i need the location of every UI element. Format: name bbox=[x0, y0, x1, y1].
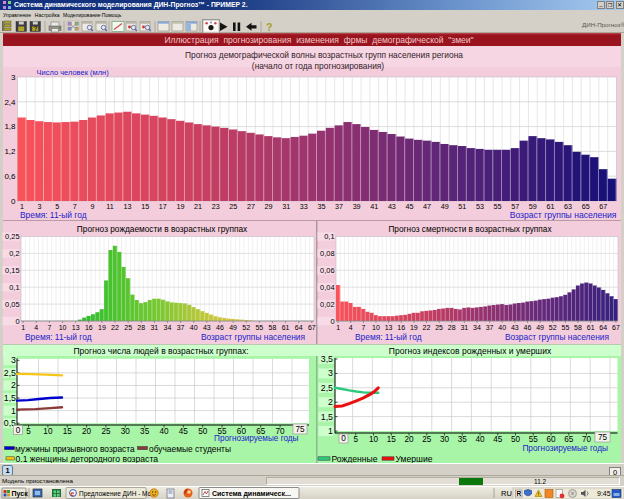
svg-text:7: 7 bbox=[47, 324, 51, 331]
svg-text:5: 5 bbox=[353, 435, 358, 444]
svg-text:0,08: 0,08 bbox=[320, 249, 334, 258]
svg-text:4: 4 bbox=[349, 324, 353, 331]
svg-text:67: 67 bbox=[308, 324, 316, 331]
svg-text:10: 10 bbox=[59, 324, 67, 331]
svg-text:49: 49 bbox=[536, 324, 544, 331]
svg-text:Предложение ДИН - Мс...: Предложение ДИН - Мс... bbox=[79, 490, 156, 498]
svg-text:25: 25 bbox=[422, 435, 432, 444]
svg-text:51: 51 bbox=[458, 202, 466, 211]
svg-text:17: 17 bbox=[159, 202, 167, 211]
svg-text:1: 1 bbox=[328, 426, 333, 436]
svg-text:31: 31 bbox=[460, 324, 468, 331]
svg-text:Система динамическ...: Система динамическ... bbox=[212, 490, 291, 498]
svg-text:40: 40 bbox=[498, 324, 506, 331]
svg-text:e: e bbox=[71, 490, 75, 497]
svg-text:0,15: 0,15 bbox=[5, 266, 19, 275]
svg-text:0: 0 bbox=[15, 317, 19, 326]
svg-text:28: 28 bbox=[448, 324, 456, 331]
svg-text:10: 10 bbox=[372, 324, 380, 331]
svg-text:обучаемые студенты: обучаемые студенты bbox=[149, 444, 231, 454]
svg-text:43: 43 bbox=[511, 324, 519, 331]
svg-text:0: 0 bbox=[11, 197, 16, 206]
svg-text:1,8: 1,8 bbox=[4, 122, 16, 131]
svg-text:9:45: 9:45 bbox=[597, 490, 611, 497]
svg-text:10: 10 bbox=[369, 435, 379, 444]
svg-text:40: 40 bbox=[190, 324, 198, 331]
svg-text:Время: 11-ый год: Время: 11-ый год bbox=[20, 210, 87, 220]
svg-text:64: 64 bbox=[295, 324, 303, 331]
svg-text:0.1 женщины детородного возрас: 0.1 женщины детородного возраста bbox=[16, 454, 159, 464]
svg-text:2,5: 2,5 bbox=[4, 368, 16, 378]
svg-text:15: 15 bbox=[387, 435, 397, 444]
svg-text:37: 37 bbox=[486, 324, 494, 331]
svg-text:31: 31 bbox=[282, 202, 290, 211]
svg-text:55: 55 bbox=[561, 324, 569, 331]
svg-text:Прогноз рождаемости в возрастн: Прогноз рождаемости в возрастных группах bbox=[77, 224, 248, 234]
svg-text:53: 53 bbox=[476, 202, 484, 211]
svg-text:?: ? bbox=[266, 21, 272, 33]
svg-text:49: 49 bbox=[441, 202, 449, 211]
svg-text:27: 27 bbox=[247, 202, 255, 211]
svg-text:1: 1 bbox=[21, 324, 25, 331]
svg-text:0: 0 bbox=[330, 317, 334, 326]
svg-text:40: 40 bbox=[159, 427, 169, 436]
svg-text:Прогнозируемые годы: Прогнозируемые годы bbox=[522, 443, 608, 453]
svg-text:0,25: 0,25 bbox=[5, 232, 19, 241]
svg-text:0,04: 0,04 bbox=[320, 283, 334, 292]
svg-text:4: 4 bbox=[34, 324, 38, 331]
svg-text:34: 34 bbox=[164, 324, 172, 331]
svg-text:1,5: 1,5 bbox=[321, 412, 333, 422]
svg-text:0,06: 0,06 bbox=[320, 266, 334, 275]
svg-text:55: 55 bbox=[494, 202, 502, 211]
svg-text:34: 34 bbox=[473, 324, 481, 331]
svg-text:50: 50 bbox=[511, 435, 521, 444]
svg-text:49: 49 bbox=[229, 324, 237, 331]
svg-text:46: 46 bbox=[524, 324, 532, 331]
svg-text:28: 28 bbox=[137, 324, 145, 331]
svg-text:1,2: 1,2 bbox=[4, 147, 16, 156]
svg-text:15: 15 bbox=[63, 427, 73, 436]
svg-text:25: 25 bbox=[229, 202, 237, 211]
svg-text:75: 75 bbox=[295, 425, 305, 434]
svg-text:45: 45 bbox=[179, 427, 189, 436]
svg-text:61: 61 bbox=[282, 324, 290, 331]
svg-text:19: 19 bbox=[98, 324, 106, 331]
svg-text:50: 50 bbox=[198, 427, 208, 436]
svg-text:19: 19 bbox=[176, 202, 184, 211]
svg-text:25: 25 bbox=[435, 324, 443, 331]
svg-text:19: 19 bbox=[410, 324, 418, 331]
svg-text:20: 20 bbox=[82, 427, 92, 436]
svg-text:3: 3 bbox=[328, 368, 333, 378]
svg-text:2,5: 2,5 bbox=[321, 383, 333, 393]
svg-text:2: 2 bbox=[328, 397, 333, 407]
svg-text:58: 58 bbox=[574, 324, 582, 331]
svg-text:Возраст группы населения: Возраст группы населения bbox=[510, 210, 617, 220]
svg-text:R: R bbox=[517, 490, 522, 497]
svg-text:Прогноз смертности в возрастны: Прогноз смертности в возрастных группах bbox=[388, 224, 552, 234]
svg-text:RU: RU bbox=[501, 489, 512, 498]
svg-text:?: ? bbox=[34, 25, 38, 32]
svg-text:0,1: 0,1 bbox=[9, 283, 19, 292]
svg-text:0,02: 0,02 bbox=[320, 300, 334, 309]
svg-text:3: 3 bbox=[11, 73, 16, 82]
svg-text:30: 30 bbox=[121, 427, 131, 436]
svg-text:Умершие: Умершие bbox=[396, 454, 433, 464]
svg-text:15: 15 bbox=[141, 202, 149, 211]
svg-text:13: 13 bbox=[124, 202, 132, 211]
svg-text:22: 22 bbox=[111, 324, 119, 331]
svg-text:31: 31 bbox=[150, 324, 158, 331]
svg-text:47: 47 bbox=[423, 202, 431, 211]
svg-text:37: 37 bbox=[335, 202, 343, 211]
svg-text:3,5: 3,5 bbox=[321, 354, 333, 364]
svg-text:3: 3 bbox=[11, 355, 16, 365]
svg-text:33: 33 bbox=[300, 202, 308, 211]
svg-text:0: 0 bbox=[16, 426, 21, 435]
svg-text:Прогноз индексов рожденных и у: Прогноз индексов рожденных и умерших bbox=[389, 346, 552, 356]
svg-text:10: 10 bbox=[43, 427, 53, 436]
svg-text:Прогноз числа людей в возрастн: Прогноз числа людей в возрастных группах… bbox=[73, 346, 248, 356]
svg-text:25: 25 bbox=[124, 324, 132, 331]
svg-text:41: 41 bbox=[370, 202, 378, 211]
svg-text:35: 35 bbox=[317, 202, 325, 211]
svg-text:(начало от года прогнозировани: (начало от года прогнозирования) bbox=[252, 61, 385, 71]
svg-text:75: 75 bbox=[598, 433, 608, 442]
